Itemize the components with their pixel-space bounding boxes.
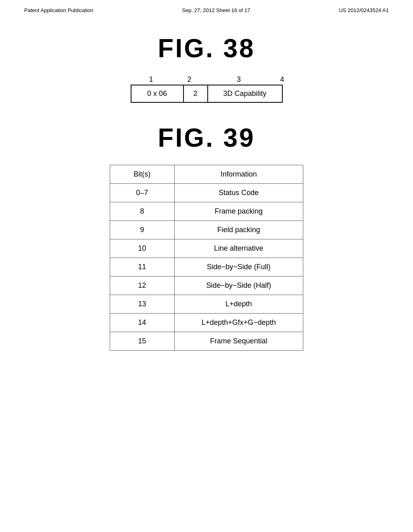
col-num-1: 1: [125, 75, 177, 84]
fig39-row: 8Frame packing: [110, 202, 303, 221]
fig39-section: FIG. 39 Bit(s) Information 0–7Status Cod…: [24, 123, 389, 351]
fig39-header-info: Information: [174, 165, 303, 184]
fig39-bits-7: 14: [110, 314, 175, 332]
fig39-info-5: Side−by−Side (Half): [174, 276, 303, 295]
fig38-table: 0 x 06 2 3D Capability: [131, 85, 283, 103]
fig39-row: 13L+depth: [110, 295, 303, 314]
fig39-info-6: L+depth: [174, 295, 303, 314]
fig39-title: FIG. 39: [24, 123, 389, 153]
fig39-row: 9Field packing: [110, 221, 303, 239]
fig39-info-0: Status Code: [174, 184, 303, 202]
fig39-info-8: Frame Sequential: [174, 332, 303, 351]
fig39-bits-8: 15: [110, 332, 175, 351]
fig38-col-numbers: 1 2 3 4: [125, 75, 288, 84]
fig39-info-7: L+depth+Gfx+G−depth: [174, 314, 303, 332]
fig39-header-row: Bit(s) Information: [110, 165, 303, 184]
col-num-2: 2: [177, 75, 202, 84]
fig38-table-container: 1 2 3 4 0 x 06 2 3D Capability: [24, 75, 389, 103]
fig38-section: FIG. 38 1 2 3 4 0 x 06 2 3D Capability: [24, 33, 389, 103]
fig39-table: Bit(s) Information 0–7Status Code8Frame …: [110, 165, 303, 351]
fig39-row: 14L+depth+Gfx+G−depth: [110, 314, 303, 332]
fig39-row: 10Line alternative: [110, 239, 303, 258]
col-num-4: 4: [276, 75, 288, 84]
fig39-info-1: Frame packing: [174, 202, 303, 221]
header-center: Sep. 27, 2012 Sheet 16 of 17: [182, 7, 250, 13]
fig39-row: 0–7Status Code: [110, 184, 303, 202]
fig39-row: 12Side−by−Side (Half): [110, 276, 303, 295]
fig39-info-3: Line alternative: [174, 239, 303, 258]
fig39-bits-6: 13: [110, 295, 175, 314]
fig39-info-4: Side−by−Side (Full): [174, 258, 303, 276]
fig39-bits-3: 10: [110, 239, 175, 258]
fig39-bits-2: 9: [110, 221, 175, 239]
fig38-table-wrapper: 1 2 3 4 0 x 06 2 3D Capability: [125, 75, 288, 103]
fig39-bits-5: 12: [110, 276, 175, 295]
fig39-bits-4: 11: [110, 258, 175, 276]
fig38-title: FIG. 38: [24, 33, 389, 63]
fig39-bits-0: 0–7: [110, 184, 175, 202]
fig38-cell2: 2: [184, 85, 208, 102]
fig38-cell1: 0 x 06: [131, 85, 184, 102]
col-num-3: 3: [202, 75, 276, 84]
fig39-row: 11Side−by−Side (Full): [110, 258, 303, 276]
fig39-bits-1: 8: [110, 202, 175, 221]
page-header: Patent Application Publication Sep. 27, …: [0, 0, 413, 13]
fig38-cell3: 3D Capability: [208, 85, 282, 102]
header-left: Patent Application Publication: [24, 7, 93, 13]
fig38-row: 0 x 06 2 3D Capability: [131, 85, 282, 102]
fig39-header-bits: Bit(s): [110, 165, 175, 184]
header-right: US 2012/0243524 A1: [339, 7, 389, 13]
fig39-table-container: Bit(s) Information 0–7Status Code8Frame …: [24, 165, 389, 351]
fig39-row: 15Frame Sequential: [110, 332, 303, 351]
fig39-info-2: Field packing: [174, 221, 303, 239]
page-content: FIG. 38 1 2 3 4 0 x 06 2 3D Capability: [0, 13, 413, 359]
